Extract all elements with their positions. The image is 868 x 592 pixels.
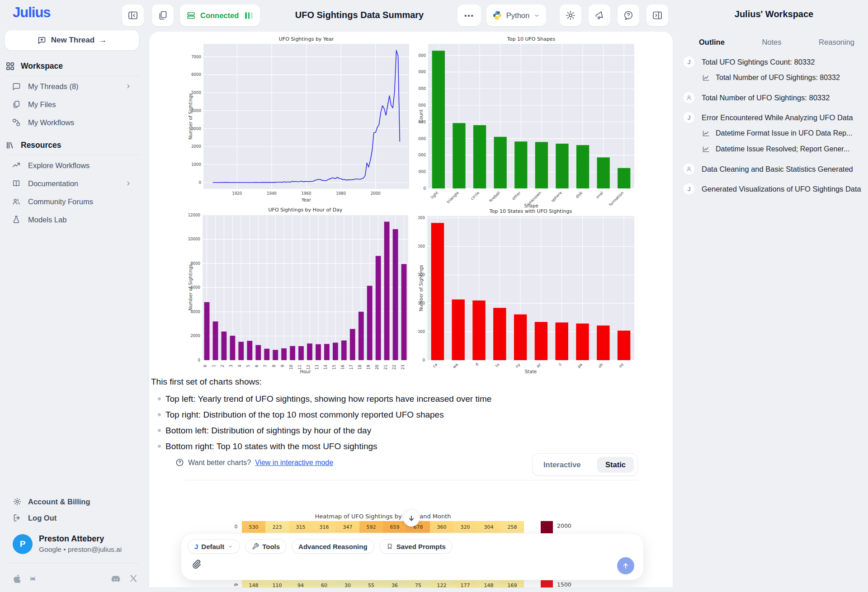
svg-text:15: 15 <box>332 365 336 370</box>
toggle-interactive[interactable]: Interactive <box>543 460 581 469</box>
colorbar-swatch <box>541 521 553 534</box>
megaphone-icon <box>594 10 605 21</box>
heatmap-title: Heatmap of UFO Sightings by Hour and Mon… <box>242 513 524 520</box>
outline-item[interactable]: Total Number of UFO Sightings: 80332 <box>683 71 868 85</box>
language-label: Python <box>506 11 529 20</box>
svg-text:4000: 4000 <box>418 153 426 157</box>
python-icon <box>492 10 502 20</box>
advanced-reasoning-button[interactable]: Advanced Reasoning <box>292 539 374 554</box>
copy-thread-button[interactable] <box>152 5 174 26</box>
language-selector[interactable]: Python <box>486 5 546 26</box>
send-button[interactable] <box>617 557 634 574</box>
workflow-icon <box>12 118 21 127</box>
sidebar-item-models-lab[interactable]: Models Lab <box>0 211 145 229</box>
interactive-mode-link[interactable]: View in interactive mode <box>255 459 333 467</box>
person-icon <box>683 163 695 175</box>
scroll-to-bottom-button[interactable] <box>403 510 420 526</box>
question-circle-icon <box>175 458 184 467</box>
outline-item[interactable]: Total Number of UFO Sightings: 80332 <box>683 91 868 104</box>
logout-icon <box>13 513 22 522</box>
x-logo-icon[interactable] <box>128 573 138 583</box>
svg-text:8000: 8000 <box>418 244 425 249</box>
heatmap-row-label: 6 <box>233 581 239 587</box>
heatmap-cell: 36 <box>383 580 406 587</box>
outline-item[interactable]: Datetime Issue Resolved; Report Gener... <box>683 142 868 156</box>
colorbar-swatch <box>541 580 553 587</box>
footer-divider <box>5 563 139 564</box>
chat-composer[interactable]: J Default Tools Advanced Reasoning Saved… <box>181 533 644 580</box>
tab-reasoning[interactable]: Reasoning <box>819 38 854 47</box>
model-initial: J <box>194 543 198 550</box>
help-button[interactable] <box>618 5 639 26</box>
svg-text:12000: 12000 <box>418 86 426 91</box>
connection-status[interactable]: Connected <box>180 5 260 26</box>
hint-question: Want better charts? <box>188 459 251 467</box>
tab-outline[interactable]: Outline <box>699 38 725 47</box>
outline-item[interactable]: Datetime Format Issue in UFO Data Rep... <box>683 127 868 140</box>
wrench-icon <box>252 543 259 550</box>
settings-button[interactable] <box>560 5 581 26</box>
svg-text:ny: ny <box>514 362 521 369</box>
svg-text:0: 0 <box>198 358 200 362</box>
saved-prompts-button[interactable]: Saved Prompts <box>379 539 453 554</box>
tools-button[interactable]: Tools <box>245 539 287 554</box>
outline-item[interactable]: JGenerated Visualizations of UFO Sightin… <box>683 182 868 196</box>
heatmap-cell: 30 <box>336 580 359 587</box>
svg-text:Year: Year <box>301 197 311 202</box>
account-billing-button[interactable]: Account & Billing <box>0 493 145 510</box>
chart-mode-toggle: Interactive Static <box>532 453 638 476</box>
sidebar-item-my-threads-8[interactable]: My Threads (8) <box>0 77 145 95</box>
toggle-static[interactable]: Static <box>597 457 634 473</box>
discord-icon[interactable] <box>109 573 122 584</box>
message-intro: This first set of charts shows: <box>151 377 262 387</box>
sidebar-item-documentation[interactable]: Documentation <box>0 174 145 193</box>
library-icon <box>5 141 15 150</box>
message-divider <box>184 480 638 480</box>
heatmap-row: 530223315316347592659678360320304258 <box>242 521 524 533</box>
bullet-dot <box>158 397 161 400</box>
chart-icon <box>702 145 710 154</box>
more-options-button[interactable]: ••• <box>458 5 481 26</box>
sidebar-item-my-files[interactable]: My Files <box>0 95 145 113</box>
svg-text:2000: 2000 <box>191 144 201 149</box>
collapse-sidebar-button[interactable] <box>122 5 144 26</box>
android-icon[interactable] <box>27 573 38 584</box>
logout-button[interactable]: Log Out <box>0 510 145 526</box>
advanced-reasoning-label: Advanced Reasoning <box>298 543 368 550</box>
heatmap-row-label: 0 <box>232 524 240 529</box>
sidebar-item-my-workflows[interactable]: My Workflows <box>0 113 145 132</box>
svg-text:1920: 1920 <box>232 191 242 196</box>
sidebar-footer: Account & Billing Log Out <box>0 493 145 526</box>
tab-notes[interactable]: Notes <box>762 38 781 47</box>
attach-file-button[interactable] <box>190 557 202 571</box>
app-root: Julius New Thread → WorkspaceMy Threads … <box>0 0 868 592</box>
outline-item[interactable]: JTotal UFO Sightings Count: 80332 <box>683 55 868 69</box>
logout-label: Log Out <box>28 514 57 522</box>
avatar[interactable]: P <box>13 534 33 554</box>
heatmap-cell: 347 <box>336 521 359 533</box>
outline-item[interactable]: Data Cleaning and Basic Statistics Gener… <box>683 162 868 176</box>
chart-icon <box>702 74 710 82</box>
svg-text:Count: Count <box>419 109 424 123</box>
julius-step-icon: J <box>683 183 695 195</box>
svg-text:2000: 2000 <box>418 329 425 334</box>
new-thread-button[interactable]: New Thread → <box>5 30 139 51</box>
account-billing-label: Account & Billing <box>28 498 90 506</box>
sidebar-item-community-forums[interactable]: Community Forums <box>0 193 145 211</box>
apple-icon[interactable] <box>12 573 23 584</box>
sidebar-item-explore-workflows[interactable]: Explore Workflows <box>0 156 145 174</box>
heatmap-cell: 75 <box>406 580 430 587</box>
model-selector[interactable]: J Default <box>188 539 240 554</box>
svg-text:Top 10 States with UFO Sightin: Top 10 States with UFO Sightings <box>489 208 572 214</box>
gear-icon <box>565 10 576 21</box>
new-thread-icon <box>37 36 47 45</box>
panel-collapse-icon <box>127 10 138 21</box>
expand-panel-button[interactable] <box>646 5 668 26</box>
outline-item[interactable]: JError Encountered While Analyzing UFO D… <box>683 111 868 124</box>
announcements-button[interactable] <box>589 5 610 26</box>
svg-text:triangle: triangle <box>446 190 460 204</box>
chevron-right-icon <box>125 180 132 187</box>
heatmap-cell: 148 <box>242 580 265 587</box>
svg-text:Number of Sightings: Number of Sightings <box>188 93 193 140</box>
files-icon <box>12 100 21 109</box>
